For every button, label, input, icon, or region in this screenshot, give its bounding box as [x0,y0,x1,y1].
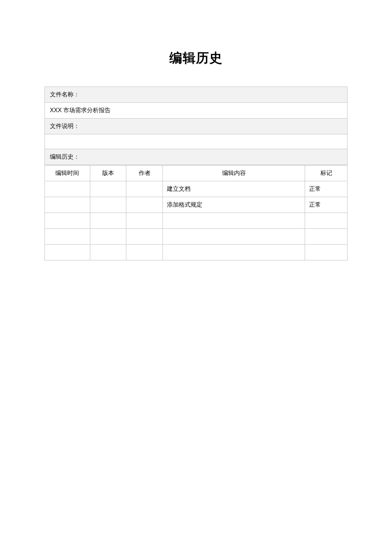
cell-mark [305,245,348,260]
cell-version [90,213,126,229]
cell-mark [305,213,348,229]
description-value [44,134,348,149]
history-label: 编辑历史： [44,149,348,165]
description-label: 文件说明： [44,118,348,134]
table-row [45,245,348,260]
header-mark: 标记 [305,166,348,181]
cell-author [126,213,163,229]
cell-author [126,245,163,260]
cell-mark: 正常 [305,181,348,197]
cell-author [126,197,163,213]
cell-time [45,245,90,260]
history-table: 编辑时间 版本 作者 编辑内容 标记 建立文档 正常 添加格式规定 正常 [44,165,348,260]
cell-content [163,229,305,245]
table-row: 建立文档 正常 [45,181,348,197]
cell-time [45,213,90,229]
cell-content: 建立文档 [163,181,305,197]
table-row [45,213,348,229]
cell-time [45,181,90,197]
cell-content [163,245,305,260]
table-header-row: 编辑时间 版本 作者 编辑内容 标记 [45,166,348,181]
cell-version [90,181,126,197]
header-version: 版本 [90,166,126,181]
cell-author [126,181,163,197]
cell-time [45,229,90,245]
header-author: 作者 [126,166,163,181]
page-title: 编辑历史 [44,49,348,67]
cell-version [90,229,126,245]
cell-mark [305,229,348,245]
cell-mark: 正常 [305,197,348,213]
table-row: 添加格式规定 正常 [45,197,348,213]
cell-time [45,197,90,213]
cell-version [90,197,126,213]
cell-content [163,213,305,229]
header-content: 编辑内容 [163,166,305,181]
filename-value: XXX 市场需求分析报告 [44,102,348,118]
cell-content: 添加格式规定 [163,197,305,213]
header-time: 编辑时间 [45,166,90,181]
cell-author [126,229,163,245]
filename-label: 文件名称： [44,86,348,102]
cell-version [90,245,126,260]
table-row [45,229,348,245]
